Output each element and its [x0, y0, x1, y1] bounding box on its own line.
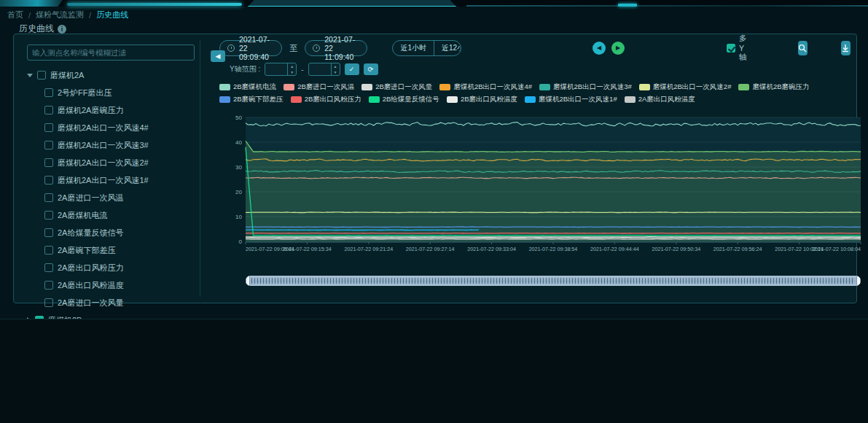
- tree-item-label: 2A磨出口风粉温度: [58, 280, 123, 291]
- footer-area: [0, 319, 868, 423]
- spin-down-icon: ▼: [288, 69, 296, 75]
- caret-down-icon[interactable]: [27, 74, 33, 77]
- legend-item[interactable]: 2B磨进口一次风量: [361, 82, 432, 92]
- legend-label: 磨煤机2B出口一次风速3#: [553, 82, 632, 92]
- legend-item[interactable]: 磨煤机2B出口一次风速1#: [525, 95, 617, 104]
- y-range-apply-button[interactable]: ✓: [345, 63, 359, 75]
- tree-checkbox[interactable]: [44, 123, 53, 132]
- collapse-tree-button[interactable]: ◀: [211, 50, 225, 62]
- legend-item[interactable]: 2B磨煤机电流: [219, 82, 276, 92]
- y-range-reset-button[interactable]: ⟳: [364, 63, 378, 75]
- legend-swatch: [369, 96, 380, 103]
- tree-checkbox[interactable]: [44, 88, 53, 97]
- chart-container[interactable]: 010203040502021-07-22 09:09:442021-07-22…: [219, 112, 851, 286]
- tree-checkbox[interactable]: [44, 106, 53, 115]
- legend-swatch: [525, 96, 536, 103]
- y-range-max-input[interactable]: ▲▼: [308, 63, 340, 76]
- tree-item-label: 磨煤机2A出口一次风速3#: [58, 140, 149, 151]
- svg-text:0: 0: [239, 238, 243, 245]
- search-chart-button[interactable]: [798, 41, 808, 55]
- tree-item[interactable]: 磨煤机2A出口一次风速3#: [27, 136, 194, 154]
- tree-checkbox[interactable]: [44, 211, 53, 220]
- brush-right-handle[interactable]: [856, 276, 861, 286]
- tree-checkbox[interactable]: [44, 193, 53, 202]
- tree-item[interactable]: 2A磨出口风粉温度: [27, 276, 194, 294]
- tree-item[interactable]: 2号炉FF磨出压: [27, 84, 194, 101]
- legend-item[interactable]: 磨煤机2B磨碗压力: [738, 82, 809, 92]
- spinner-arrows[interactable]: ▲▼: [287, 63, 296, 75]
- multi-y-label: 多Y轴: [739, 34, 747, 63]
- tree-checkbox[interactable]: [44, 228, 53, 237]
- tree-checkbox[interactable]: [37, 71, 46, 79]
- tree-item[interactable]: 2A磨碗下部差压: [27, 241, 194, 259]
- legend-item[interactable]: 2B磨出口风粉温度: [447, 95, 517, 104]
- tree-item[interactable]: 磨煤机2A磨碗压力: [27, 101, 194, 119]
- tree-item-label: 2号炉FF磨出压: [58, 88, 112, 98]
- end-datetime-input[interactable]: 2021-07-22 11:09:40: [305, 40, 367, 56]
- legend-label: 2A磨出口风粉温度: [638, 95, 695, 104]
- tree-item[interactable]: 2A磨进口一次风量: [27, 294, 194, 311]
- tree-item-label: 磨煤机2A出口一次风速2#: [58, 158, 149, 168]
- next-window-button[interactable]: ▶: [611, 42, 625, 55]
- tree-checkbox[interactable]: [44, 246, 53, 255]
- tree-group-磨煤机2A[interactable]: 磨煤机2A: [27, 66, 194, 84]
- prev-window-button[interactable]: ◀: [593, 42, 606, 55]
- svg-text:50: 50: [235, 115, 242, 121]
- legend-swatch: [291, 96, 302, 103]
- tree-checkbox[interactable]: [44, 281, 53, 290]
- clock-icon: [227, 44, 235, 52]
- multi-y-checkbox[interactable]: [727, 44, 735, 53]
- end-datetime-value: 2021-07-22 11:09:40: [324, 35, 359, 61]
- tree-item[interactable]: 2A磨出口风粉压力: [27, 259, 194, 276]
- legend-item[interactable]: 2B磨进口一次风温: [284, 82, 354, 92]
- legend-item[interactable]: 2B磨碗下部差压: [219, 95, 284, 104]
- breadcrumb-item[interactable]: 历史曲线: [96, 9, 128, 20]
- quick-range-button[interactable]: 近12小时: [434, 41, 461, 55]
- history-line-chart[interactable]: 010203040502021-07-22 09:09:442021-07-22…: [219, 112, 864, 271]
- legend-item[interactable]: 2B磨出口风粉压力: [291, 95, 361, 104]
- tree-item[interactable]: 磨煤机2A出口一次风速1#: [27, 171, 194, 189]
- tree-item[interactable]: 磨煤机2A出口一次风速4#: [27, 119, 194, 136]
- legend-item[interactable]: 磨煤机2B出口一次风速4#: [439, 82, 532, 92]
- spinner-arrows[interactable]: ▲▼: [331, 63, 340, 75]
- multi-y-axis-toggle[interactable]: 多Y轴: [727, 34, 747, 63]
- legend-item[interactable]: 2B给煤量反馈信号: [369, 95, 439, 104]
- tree-item[interactable]: 2A磨进口一次风温: [27, 189, 194, 206]
- brush-left-handle[interactable]: [246, 276, 250, 286]
- tree-checkbox[interactable]: [44, 263, 53, 272]
- export-button[interactable]: [841, 41, 851, 55]
- legend-label: 2B磨出口风粉温度: [461, 95, 517, 104]
- tree-checkbox[interactable]: [44, 298, 53, 307]
- breadcrumb-item[interactable]: 首页: [7, 9, 23, 20]
- tree-item[interactable]: 2A给煤量反馈信号: [27, 224, 194, 241]
- magnifier-icon: [798, 44, 807, 53]
- legend-item[interactable]: 磨煤机2B出口一次风速2#: [639, 82, 732, 92]
- tree-checkbox[interactable]: [44, 176, 53, 185]
- legend-label: 2B磨碗下部差压: [233, 95, 284, 104]
- start-datetime-value: 2021-07-22 09:09:40: [239, 35, 274, 61]
- tree-item[interactable]: 2A磨煤机电流: [27, 206, 194, 224]
- legend-label: 2B磨出口风粉压力: [305, 95, 361, 104]
- brush-microtext: [251, 278, 855, 284]
- tree-checkbox[interactable]: [44, 158, 53, 167]
- tree-item-label: 2A磨进口一次风温: [58, 193, 123, 203]
- search-input[interactable]: [27, 44, 195, 61]
- legend-swatch: [539, 84, 550, 90]
- info-icon[interactable]: i: [58, 25, 66, 34]
- legend-swatch: [219, 84, 230, 90]
- spin-up-icon: ▲: [288, 63, 296, 69]
- toolbar: 2021-07-22 09:09:40 至 2021-07-22 11:09:4…: [219, 39, 851, 58]
- legend-item[interactable]: 2A磨出口风粉温度: [625, 95, 695, 104]
- tree-item[interactable]: 磨煤机2A出口一次风速2#: [27, 154, 194, 171]
- quick-range-button[interactable]: 近1小时: [393, 41, 434, 55]
- y-range-min-input[interactable]: ▲▼: [265, 63, 297, 76]
- top-decor-glow-bar: [67, 3, 242, 6]
- start-datetime-input[interactable]: 2021-07-22 09:09:40: [219, 40, 282, 56]
- tree-checkbox[interactable]: [44, 141, 53, 150]
- breadcrumb-item[interactable]: 煤粉气流监测: [36, 9, 84, 20]
- chart-brush[interactable]: [246, 276, 861, 286]
- svg-text:20: 20: [235, 189, 242, 195]
- tree-item-label: 2A磨进口一次风量: [58, 298, 123, 308]
- svg-text:2021-07-22 09:44:44: 2021-07-22 09:44:44: [590, 246, 639, 252]
- legend-item[interactable]: 磨煤机2B出口一次风速3#: [539, 82, 632, 92]
